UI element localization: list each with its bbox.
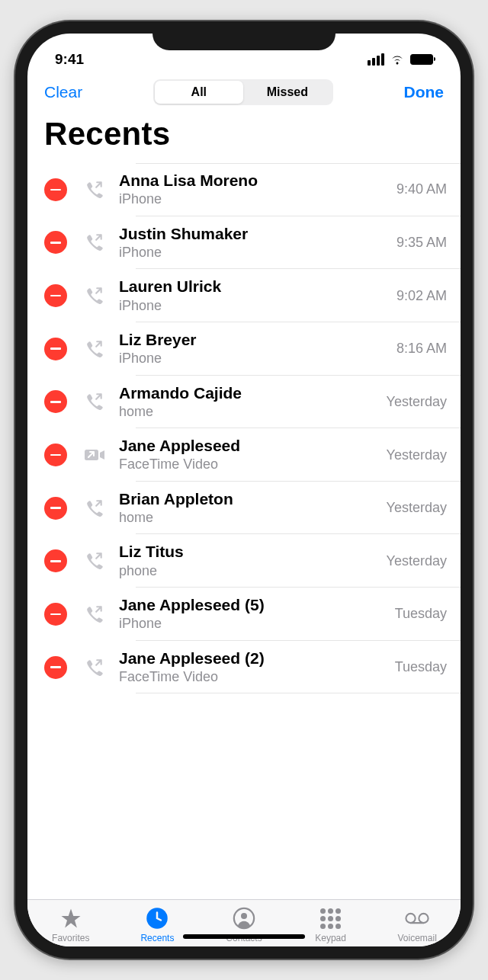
delete-button[interactable] [44,338,67,360]
clock-icon [145,906,169,930]
call-info: Liz Titusphone [119,542,379,580]
delete-button[interactable] [44,497,67,520]
outgoing-call-icon [84,338,105,360]
call-name: Liz Titus [119,542,379,562]
outgoing-call-icon [84,232,105,253]
call-name: Jane Appleseed (2) [119,649,387,668]
recents-list[interactable]: Anna Lisa MorenoiPhone9:40 AMJustin Shum… [27,163,461,899]
svg-point-5 [419,914,429,923]
call-time: Yesterday [387,447,447,463]
call-time: 9:35 AM [396,235,447,251]
tab-favorites[interactable]: Favorites [27,906,114,943]
nav-bar: Clear All Missed Done [27,72,461,111]
call-row[interactable]: Lauren UlrickiPhone9:02 AM [27,269,461,322]
segment-all[interactable]: All [155,81,243,104]
call-info: Brian Appletonhome [119,489,379,527]
call-info: Justin ShumakeriPhone [119,224,389,262]
delete-button[interactable] [44,231,67,254]
call-info: Jane AppleseedFaceTime Video [119,436,379,474]
page-title: Recents [27,111,461,163]
call-subtitle: iPhone [119,244,389,261]
segment-missed[interactable]: Missed [243,81,332,104]
call-info: Anna Lisa MorenoiPhone [119,171,389,209]
call-name: Liz Breyer [119,330,389,350]
call-subtitle: FaceTime Video [119,456,379,473]
delete-button[interactable] [44,390,67,413]
voicemail-icon [405,906,429,930]
call-info: Jane Appleseed (2)FaceTime Video [119,649,387,687]
call-subtitle: iPhone [119,297,389,315]
call-name: Jane Appleseed [119,436,379,456]
tab-label: Favorites [52,933,89,943]
call-row[interactable]: Brian AppletonhomeYesterday [27,482,461,535]
svg-point-3 [241,913,247,919]
outgoing-call-icon [84,550,105,572]
call-time: 9:40 AM [396,181,447,197]
call-time: Yesterday [387,553,447,569]
wifi-icon [390,54,405,66]
call-info: Jane Appleseed (5)iPhone [119,595,387,633]
svg-point-4 [406,914,416,923]
call-name: Brian Appleton [119,489,379,509]
tab-bar: Favorites Recents Contacts Keypad [27,899,461,946]
call-info: Lauren UlrickiPhone [119,277,389,315]
call-row[interactable]: Anna Lisa MorenoiPhone9:40 AM [27,163,461,216]
delete-button[interactable] [44,549,67,572]
call-name: Armando Cajide [119,383,379,403]
outgoing-call-icon [84,285,105,306]
call-subtitle: iPhone [119,350,389,367]
call-row[interactable]: Jane Appleseed (2)FaceTime VideoTuesday [27,641,461,694]
tab-label: Recents [140,933,174,943]
call-info: Liz BreyeriPhone [119,330,389,368]
call-name: Anna Lisa Moreno [119,171,389,191]
outgoing-call-icon [84,498,105,519]
outgoing-video-icon [84,444,105,466]
outgoing-call-icon [84,391,105,412]
tab-label: Voicemail [397,933,436,943]
home-indicator[interactable] [183,934,305,939]
call-time: Tuesday [395,659,447,675]
outgoing-call-icon [84,657,105,678]
call-row[interactable]: Liz TitusphoneYesterday [27,534,461,588]
call-row[interactable]: Armando CajidehomeYesterday [27,376,461,429]
star-icon [59,906,83,930]
done-button[interactable]: Done [404,83,445,101]
call-subtitle: home [119,403,379,421]
tab-voicemail[interactable]: Voicemail [374,906,461,943]
call-name: Justin Shumaker [119,224,389,244]
segmented-control: All Missed [153,79,333,105]
tab-label: Keypad [315,933,346,943]
delete-button[interactable] [44,178,67,201]
delete-button[interactable] [44,444,67,466]
call-subtitle: home [119,509,379,527]
call-info: Armando Cajidehome [119,383,379,421]
call-time: Yesterday [387,500,447,516]
status-time: 9:41 [55,51,84,68]
outgoing-call-icon [84,604,105,625]
call-time: Yesterday [387,394,447,410]
call-row[interactable]: Justin ShumakeriPhone9:35 AM [27,216,461,270]
call-row[interactable]: Jane AppleseedFaceTime VideoYesterday [27,428,461,482]
call-name: Jane Appleseed (5) [119,595,387,615]
screen: 9:41 Clear All Missed Done Recents Anna … [27,34,461,946]
call-subtitle: iPhone [119,615,387,633]
keypad-icon [319,906,343,930]
cellular-signal-icon [368,53,384,66]
call-time: Tuesday [395,606,447,622]
device-notch [152,21,336,50]
call-row[interactable]: Liz BreyeriPhone8:16 AM [27,322,461,376]
call-time: 9:02 AM [396,288,447,304]
call-row[interactable]: Jane Appleseed (5)iPhoneTuesday [27,588,461,641]
call-name: Lauren Ulrick [119,277,389,296]
clear-button[interactable]: Clear [44,83,82,101]
call-subtitle: FaceTime Video [119,668,387,686]
contact-icon [232,906,256,930]
call-subtitle: iPhone [119,191,389,208]
device-frame: 9:41 Clear All Missed Done Recents Anna … [15,21,473,959]
delete-button[interactable] [44,656,67,679]
battery-icon [410,54,433,65]
call-time: 8:16 AM [396,341,447,357]
delete-button[interactable] [44,284,67,307]
call-subtitle: phone [119,562,379,580]
delete-button[interactable] [44,603,67,626]
